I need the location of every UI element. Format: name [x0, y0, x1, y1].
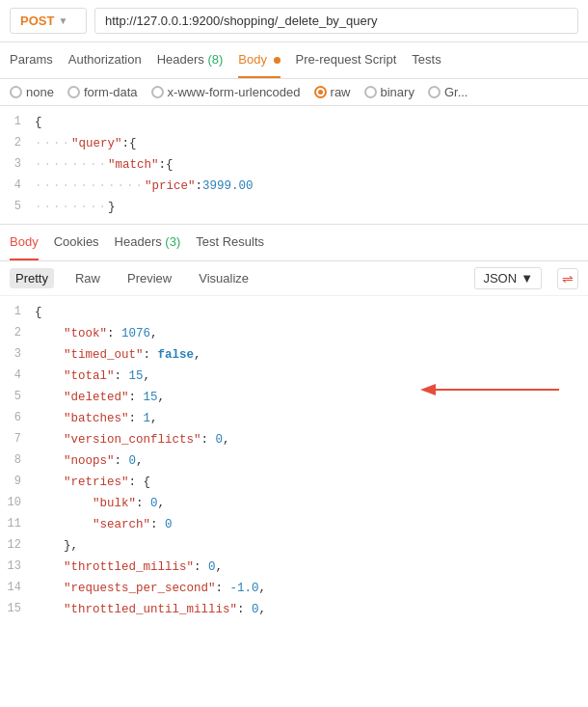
- radio-graphql-label: Gr...: [444, 85, 468, 99]
- req-line-4: 4 ············"price":3999.00: [0, 176, 588, 197]
- radio-binary-circle: [364, 86, 377, 98]
- json-format-selector[interactable]: JSON ▼: [474, 267, 542, 289]
- radio-none-circle: [10, 86, 22, 98]
- filter-icon[interactable]: ⇌: [557, 268, 578, 289]
- radio-form-data-circle: [67, 86, 80, 98]
- radio-binary-label: binary: [381, 85, 414, 99]
- resp-line-15: 15 "throttled_until_millis": 0,: [0, 599, 588, 620]
- resp-tab-test-results[interactable]: Test Results: [196, 225, 264, 260]
- radio-urlencoded-label: x-www-form-urlencoded: [168, 85, 301, 99]
- resp-line-5: 5 "deleted": 15,: [0, 387, 588, 408]
- radio-none-label: none: [26, 85, 54, 99]
- radio-raw-circle: [314, 86, 327, 98]
- resp-tab-cookies[interactable]: Cookies: [54, 225, 99, 260]
- resp-line-3: 3 "timed_out": false,: [0, 344, 588, 366]
- resp-line-7: 7 "version_conflicts": 0,: [0, 429, 588, 450]
- resp-line-2: 2 "took": 1076,: [0, 323, 588, 344]
- request-code-editor[interactable]: 1 { 2 ····"query":{ 3 ········"match":{ …: [0, 106, 588, 225]
- response-body: 1 { 2 "took": 1076, 3 "timed_out": false…: [0, 296, 588, 626]
- tab-headers[interactable]: Headers (8): [157, 42, 224, 78]
- radio-form-data-label: form-data: [84, 85, 138, 99]
- radio-none[interactable]: none: [10, 85, 54, 99]
- resp-line-4: 4 "total": 15,: [0, 366, 588, 387]
- url-input[interactable]: [94, 8, 578, 34]
- req-line-1: 1 {: [0, 112, 588, 133]
- resp-line-11: 11 "search": 0: [0, 514, 588, 535]
- resp-btn-pretty[interactable]: Pretty: [10, 268, 54, 288]
- radio-graphql-circle: [428, 86, 441, 98]
- radio-form-data[interactable]: form-data: [67, 85, 138, 99]
- resp-line-6: 6 "batches": 1,: [0, 408, 588, 429]
- radio-raw-label: raw: [331, 85, 351, 99]
- req-line-3: 3 ········"match":{: [0, 154, 588, 176]
- resp-btn-preview[interactable]: Preview: [121, 268, 177, 288]
- json-format-chevron-icon: ▼: [521, 271, 533, 286]
- resp-line-1: 1 {: [0, 302, 588, 323]
- resp-line-9: 9 "retries": {: [0, 472, 588, 493]
- tab-tests[interactable]: Tests: [412, 42, 441, 78]
- resp-line-8: 8 "noops": 0,: [0, 450, 588, 472]
- resp-btn-visualize[interactable]: Visualize: [193, 268, 254, 288]
- radio-graphql[interactable]: Gr...: [428, 85, 468, 99]
- req-line-5: 5 ········}: [0, 197, 588, 218]
- body-dot: [274, 57, 281, 64]
- url-bar: POST ▼: [0, 0, 588, 42]
- resp-tab-headers[interactable]: Headers (3): [115, 225, 181, 260]
- resp-btn-raw[interactable]: Raw: [69, 268, 106, 288]
- radio-urlencoded-circle: [151, 86, 164, 98]
- resp-line-12: 12 },: [0, 535, 588, 557]
- json-format-label: JSON: [483, 271, 517, 286]
- request-tab-nav: Params Authorization Headers (8) Body Pr…: [0, 42, 588, 79]
- body-type-bar: none form-data x-www-form-urlencoded raw…: [0, 79, 588, 106]
- req-line-2: 2 ····"query":{: [0, 133, 588, 154]
- response-tab-nav: Body Cookies Headers (3) Test Results: [0, 225, 588, 261]
- radio-urlencoded[interactable]: x-www-form-urlencoded: [151, 85, 301, 99]
- resp-line-10: 10 "bulk": 0,: [0, 493, 588, 514]
- tab-authorization[interactable]: Authorization: [68, 42, 142, 78]
- resp-line-14: 14 "requests_per_second": -1.0,: [0, 578, 588, 599]
- radio-binary[interactable]: binary: [364, 85, 414, 99]
- method-label: POST: [20, 14, 54, 28]
- tab-params[interactable]: Params: [10, 42, 53, 78]
- method-chevron-icon: ▼: [58, 15, 67, 26]
- radio-raw[interactable]: raw: [314, 85, 351, 99]
- response-toolbar: Pretty Raw Preview Visualize JSON ▼ ⇌: [0, 261, 588, 296]
- method-select[interactable]: POST ▼: [10, 8, 87, 34]
- resp-tab-body[interactable]: Body: [10, 225, 39, 260]
- tab-pre-request[interactable]: Pre-request Script: [296, 42, 397, 78]
- resp-line-13: 13 "throttled_millis": 0,: [0, 557, 588, 578]
- tab-body[interactable]: Body: [238, 42, 280, 78]
